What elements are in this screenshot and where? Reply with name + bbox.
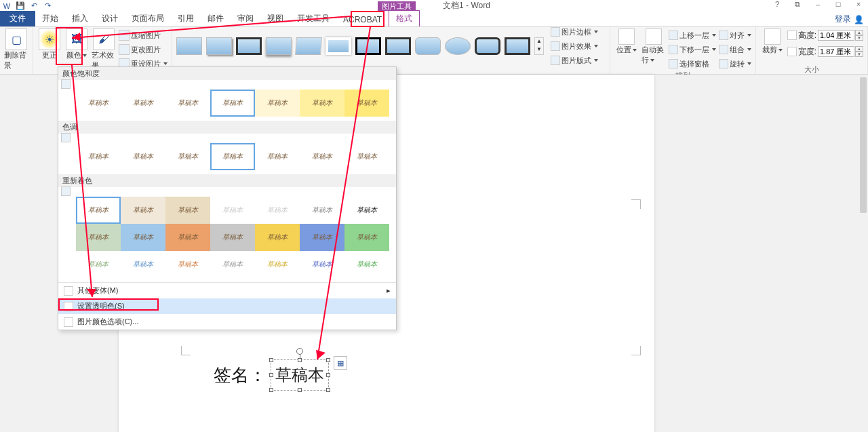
width-spin[interactable]: ▲▼ — [855, 46, 863, 57]
close-icon[interactable]: × — [850, 0, 867, 9]
color-swatch[interactable]: 草稿本 — [165, 197, 210, 224]
vertical-scrollbar[interactable] — [859, 75, 868, 432]
color-swatch[interactable]: 草稿本 — [210, 143, 255, 170]
color-swatch[interactable]: 草稿本 — [210, 90, 255, 117]
group-button[interactable]: 组合 — [719, 43, 751, 56]
style-thumb[interactable] — [415, 37, 441, 55]
color-swatch[interactable]: 草稿本 — [344, 197, 389, 224]
color-swatch[interactable]: 草稿本 — [300, 224, 344, 251]
signin-link[interactable]: 登录👤 — [835, 14, 864, 25]
color-swatch[interactable]: 草稿本 — [165, 224, 210, 251]
style-thumb[interactable] — [385, 37, 411, 55]
resize-handle[interactable] — [269, 358, 273, 362]
color-swatch[interactable]: 草稿本 — [165, 90, 210, 117]
position-button[interactable]: 位置 — [614, 28, 639, 55]
color-swatch[interactable]: 草稿本 — [344, 224, 389, 251]
picture-styles-gallery[interactable]: ▲▼ — [176, 37, 544, 55]
color-swatch[interactable]: 草稿本 — [255, 143, 300, 170]
color-swatch[interactable]: 草稿本 — [121, 224, 165, 251]
layout-options-button[interactable]: ▦ — [334, 356, 347, 370]
color-swatch[interactable]: 草稿本 — [300, 197, 344, 224]
tab-review[interactable]: 审阅 — [231, 11, 260, 26]
align-button[interactable]: 对齐 — [719, 28, 751, 42]
color-swatch[interactable]: 草稿本 — [121, 90, 165, 117]
height-spin[interactable]: ▲▼ — [855, 30, 863, 41]
tab-design[interactable]: 设计 — [95, 11, 125, 26]
height-input[interactable] — [818, 30, 854, 41]
color-swatch[interactable]: 草稿本 — [165, 251, 210, 278]
width-field[interactable]: 宽度: ▲▼ — [787, 45, 863, 58]
color-swatch[interactable]: 草稿本 — [300, 90, 344, 117]
artistic-effects-button[interactable]: 🖌艺术效果 — [92, 28, 116, 71]
signature-image[interactable]: 草稿本 ▦ — [271, 359, 329, 391]
help-icon[interactable]: ? — [769, 0, 785, 9]
color-swatch[interactable]: 草稿本 — [76, 143, 121, 170]
wrap-text-button[interactable]: 自动换行 — [642, 28, 666, 65]
tab-developer[interactable]: 开发工具 — [290, 11, 336, 26]
rotate-handle[interactable] — [296, 348, 303, 355]
color-swatch[interactable]: 草稿本 — [344, 143, 389, 170]
style-thumb[interactable] — [206, 37, 232, 55]
crop-button[interactable]: 裁剪 — [760, 28, 785, 55]
color-swatch[interactable]: 草稿本 — [255, 224, 300, 251]
color-swatch[interactable]: 草稿本 — [76, 197, 121, 224]
color-swatch[interactable]: 草稿本 — [344, 251, 389, 278]
tab-file[interactable]: 文件 — [0, 11, 35, 26]
color-swatch[interactable]: 草稿本 — [210, 197, 255, 224]
width-input[interactable] — [818, 46, 854, 57]
tab-references[interactable]: 引用 — [171, 11, 201, 26]
tab-layout[interactable]: 页面布局 — [125, 11, 171, 26]
resize-handle[interactable] — [298, 388, 302, 392]
change-picture-button[interactable]: 更改图片 — [119, 43, 167, 56]
maximize-icon[interactable]: □ — [830, 0, 846, 9]
picture-effects-button[interactable]: 图片效果 — [551, 39, 598, 53]
height-field[interactable]: 高度: ▲▼ — [787, 28, 863, 42]
scroll-thumb[interactable] — [860, 77, 867, 213]
ribbon-toggle-icon[interactable]: ⧉ — [789, 0, 806, 9]
color-swatch[interactable]: 草稿本 — [255, 251, 300, 278]
color-swatch[interactable]: 草稿本 — [210, 224, 255, 251]
style-thumb[interactable] — [266, 37, 292, 55]
resize-handle[interactable] — [326, 358, 330, 362]
minimize-icon[interactable]: – — [810, 0, 826, 9]
resize-handle[interactable] — [326, 373, 330, 377]
picture-color-options-item[interactable]: 图片颜色选项(C)... — [58, 314, 396, 330]
resize-handle[interactable] — [326, 388, 330, 392]
style-thumb[interactable] — [505, 37, 530, 55]
bring-forward-button[interactable]: 上移一层 — [669, 28, 716, 42]
color-swatch[interactable]: 草稿本 — [76, 90, 121, 117]
color-swatch[interactable]: 草稿本 — [344, 90, 389, 117]
more-variations-item[interactable]: 其他变体(M)▸ — [58, 283, 396, 298]
style-thumb[interactable] — [326, 37, 351, 55]
rotate-button[interactable]: 旋转 — [719, 57, 751, 71]
gallery-more-button[interactable]: ▲▼ — [534, 37, 544, 55]
color-swatch[interactable]: 草稿本 — [300, 251, 344, 278]
style-thumb[interactable] — [295, 37, 322, 55]
color-swatch[interactable]: 草稿本 — [76, 224, 121, 251]
style-thumb[interactable] — [355, 37, 381, 55]
remove-background-button[interactable]: ▢ 删除背景 — [4, 28, 28, 71]
color-swatch[interactable]: 草稿本 — [76, 251, 121, 278]
style-thumb[interactable] — [236, 37, 262, 55]
send-backward-button[interactable]: 下移一层 — [669, 43, 716, 56]
style-thumb[interactable] — [176, 37, 202, 55]
resize-handle[interactable] — [269, 373, 273, 377]
picture-border-button[interactable]: 图片边框 — [551, 25, 598, 39]
tab-view[interactable]: 视图 — [260, 11, 290, 26]
resize-handle[interactable] — [298, 358, 302, 362]
color-swatch[interactable]: 草稿本 — [121, 251, 165, 278]
color-swatch[interactable]: 草稿本 — [210, 251, 255, 278]
selection-pane-button[interactable]: 选择窗格 — [669, 57, 716, 71]
color-swatch[interactable]: 草稿本 — [121, 197, 165, 224]
tab-mailings[interactable]: 邮件 — [201, 11, 231, 26]
tab-insert[interactable]: 插入 — [65, 11, 95, 26]
color-swatch[interactable]: 草稿本 — [300, 143, 344, 170]
color-swatch[interactable]: 草稿本 — [255, 90, 300, 117]
tab-home[interactable]: 开始 — [35, 11, 65, 26]
color-swatch[interactable]: 草稿本 — [165, 143, 210, 170]
resize-handle[interactable] — [269, 388, 273, 392]
color-swatch[interactable]: 草稿本 — [255, 197, 300, 224]
style-thumb[interactable] — [475, 37, 500, 55]
color-swatch[interactable]: 草稿本 — [121, 143, 165, 170]
tab-format[interactable]: 格式 — [389, 10, 420, 26]
